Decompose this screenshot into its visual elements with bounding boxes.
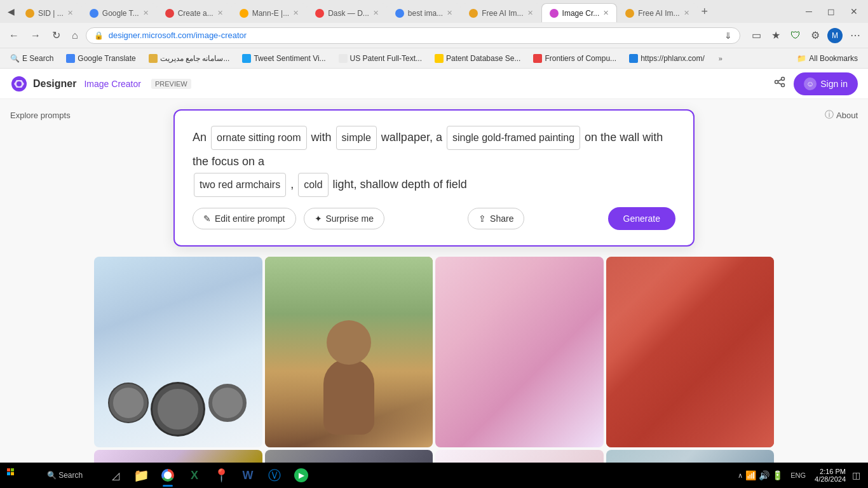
bookmarks-more-button[interactable]: » — [715, 53, 726, 64]
back-button[interactable]: ← — [5, 27, 23, 44]
chevron-up-icon[interactable]: ∧ — [738, 471, 743, 480]
prompt-token-4[interactable]: two red armchairs — [194, 173, 286, 197]
share-icon-button[interactable] — [773, 76, 786, 92]
prompt-token-2[interactable]: simple — [336, 126, 377, 150]
app-header: Designer Image Creator PREVIEW ☺ Sign in — [0, 69, 868, 99]
image-cell-3[interactable] — [435, 257, 604, 447]
prompt-separator: , — [290, 178, 294, 191]
home-button[interactable]: ⌂ — [68, 27, 82, 44]
edge-app[interactable]: Ⓥ — [262, 463, 287, 488]
refresh-button[interactable]: ↻ — [48, 27, 64, 44]
address-bar[interactable]: 🔒 designer.microsoft.com/image-creator ⇓ — [86, 27, 740, 44]
battery-icon[interactable]: 🔋 — [772, 470, 783, 480]
tab-2[interactable]: Google T... ✕ — [81, 3, 157, 22]
extensions-button[interactable]: ▭ — [749, 27, 764, 44]
about-link[interactable]: ⓘ About — [825, 109, 858, 121]
bookmarks-bar: 🔍 E Search Google Translate سامانه جامع … — [0, 48, 868, 69]
tab-1[interactable]: SID | ... ✕ — [17, 3, 81, 22]
bookmark-frontiers[interactable]: Frontiers of Compu... — [528, 53, 621, 64]
folder-icon: 📁 — [797, 54, 806, 63]
share-button[interactable]: ⇪ Share — [468, 208, 524, 229]
keyboard-layout-icon[interactable]: ENG — [788, 470, 808, 480]
browser-chrome: ◀ SID | ... ✕ Google T... ✕ Create a... … — [0, 0, 868, 69]
prompt-token-1[interactable]: ornate sitting room — [211, 126, 307, 150]
bookmark-phlanx[interactable]: https://phlanx.com/ — [624, 53, 710, 64]
system-tray[interactable]: ∧ 📶 🔊 🔋 — [735, 470, 785, 480]
svg-point-2 — [782, 78, 785, 81]
sparkle-icon: ✦ — [315, 214, 322, 224]
image-grid — [89, 252, 779, 488]
start-button[interactable] — [3, 464, 25, 487]
media-app[interactable]: ▶ — [288, 463, 314, 488]
bookmark-search[interactable]: 🔍 E Search — [5, 53, 58, 64]
menu-button[interactable]: ⋯ — [848, 27, 863, 44]
lock-icon: 🔒 — [94, 31, 104, 40]
patent-db-favicon — [435, 54, 444, 63]
svg-point-4 — [782, 84, 785, 87]
edit-icon: ✎ — [203, 214, 211, 224]
edit-prompt-button[interactable]: ✎ Edit entire prompt — [193, 208, 296, 229]
center-content: An ornate sitting room with simple wallp… — [89, 99, 779, 488]
explore-prompts-label: Explore prompts — [10, 111, 71, 120]
prompt-middle-1: with — [311, 131, 332, 144]
tab-3[interactable]: Create a... ✕ — [157, 3, 231, 22]
svg-line-5 — [778, 79, 782, 81]
maps-app[interactable]: 📍 — [208, 463, 234, 488]
all-bookmarks-button[interactable]: 📁 All Bookmarks — [792, 53, 863, 64]
network-icon[interactable]: 📶 — [745, 470, 756, 480]
prompt-token-3[interactable]: single gold-framed painting — [447, 126, 580, 150]
excel-app[interactable]: X — [182, 463, 207, 488]
frontiers-favicon — [533, 54, 542, 63]
bookmark-management[interactable]: سامانه جامع مدیریت... — [144, 53, 235, 64]
tab-6[interactable]: best ima... ✕ — [387, 3, 461, 22]
notifications-icon[interactable]: ◫ — [852, 470, 860, 480]
extensions-puzzle-button[interactable]: ⚙ — [808, 27, 822, 44]
minimize-button[interactable]: ─ — [801, 6, 817, 17]
page-content: Explore prompts An ornate sitting room w… — [0, 99, 868, 488]
left-sidebar: Explore prompts — [0, 99, 89, 488]
forward-button[interactable]: → — [27, 27, 44, 44]
new-tab-button[interactable]: + — [698, 5, 712, 18]
management-favicon — [149, 54, 158, 63]
task-view-button[interactable]: ◿ — [104, 464, 127, 487]
tab-7[interactable]: Free AI Im... ✕ — [461, 3, 541, 22]
image-cell-2[interactable] — [265, 257, 433, 447]
bookmark-translate[interactable]: Google Translate — [61, 53, 140, 64]
tab-back-btn[interactable]: ◀ — [5, 6, 17, 17]
shield-icon[interactable]: 🛡 — [788, 27, 803, 44]
favorites-button[interactable]: ★ — [769, 27, 783, 44]
user-circle-icon: ☺ — [804, 78, 817, 90]
taskbar: 🔍 Search ◿ 📁 X 📍 W Ⓥ ▶ ∧ 📶 🔊 🔋 ENG — [0, 463, 868, 488]
chrome-app[interactable] — [155, 463, 180, 488]
generate-button[interactable]: Generate — [608, 207, 675, 230]
prompt-token-5[interactable]: cold — [298, 173, 328, 197]
file-explorer-app[interactable]: 📁 — [128, 463, 154, 488]
sign-in-button[interactable]: ☺ Sign in — [794, 72, 858, 95]
info-icon: ⓘ — [825, 109, 834, 121]
tab-8-active[interactable]: Image Cr... ✕ — [541, 3, 618, 22]
designer-logo: Designer Image Creator PREVIEW — [10, 75, 191, 93]
word-app[interactable]: W — [235, 463, 261, 488]
tab-9[interactable]: Free AI Im... ✕ — [617, 3, 697, 22]
clock[interactable]: 2:16 PM 4/28/2024 — [811, 468, 850, 483]
patent-favicon — [339, 54, 348, 63]
tab-4[interactable]: Mann-E |... ✕ — [231, 3, 307, 22]
tab-bar: ◀ SID | ... ✕ Google T... ✕ Create a... … — [0, 0, 868, 23]
prompt-suffix: light, shallow depth of field — [333, 178, 467, 191]
image-cell-1[interactable] — [94, 257, 262, 447]
surprise-button[interactable]: ✦ Surprise me — [304, 208, 384, 229]
address-text[interactable]: designer.microsoft.com/image-creator — [109, 30, 719, 40]
image-cell-4[interactable] — [606, 257, 775, 447]
bookmark-patent-db[interactable]: Patent Database Se... — [430, 53, 526, 64]
search-taskbar-button[interactable]: 🔍 Search — [27, 464, 103, 487]
bookmark-patent[interactable]: US Patent Full-Text... — [334, 53, 427, 64]
restore-button[interactable]: ◻ — [822, 6, 840, 17]
close-button[interactable]: ✕ — [845, 6, 863, 17]
designer-brand-name: Designer — [33, 78, 76, 90]
search-icon: 🔍 — [10, 54, 20, 63]
profile-avatar[interactable]: M — [827, 28, 843, 43]
prompt-actions-bar: ✎ Edit entire prompt ✦ Surprise me ⇪ Sha… — [193, 207, 675, 230]
tab-5[interactable]: Dask — D... ✕ — [307, 3, 387, 22]
volume-icon[interactable]: 🔊 — [759, 470, 770, 480]
bookmark-tweet[interactable]: Tweet Sentiment Vi... — [237, 53, 330, 64]
